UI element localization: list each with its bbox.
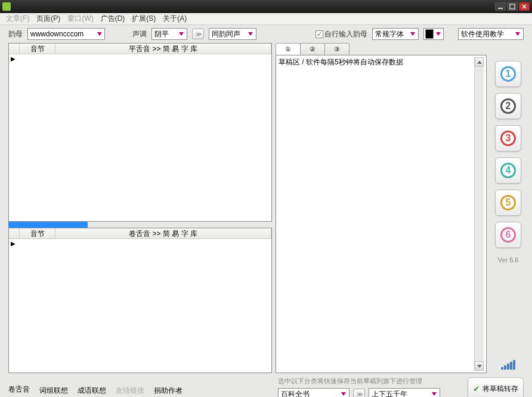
rhyme-dropdown-icon[interactable] <box>96 29 103 39</box>
rhyme-combo[interactable] <box>27 28 105 40</box>
scroll-up-button[interactable] <box>475 57 484 67</box>
maximize-button[interactable] <box>507 2 518 11</box>
category1-dropdown-icon[interactable] <box>339 389 348 397</box>
font-value: 常规字体 <box>375 29 407 39</box>
menu-article[interactable]: 文章(F) <box>6 14 29 24</box>
side-buttons: 1 2 3 4 5 6 Ver 6.6 <box>490 43 526 373</box>
tone-label: 声调 <box>132 29 147 39</box>
syllable-col-header[interactable]: 音节 <box>20 228 55 238</box>
row-indicator-icon: ▶ <box>11 240 16 247</box>
menu-page[interactable]: 页面(P) <box>36 14 60 24</box>
version-label: Ver 6.6 <box>498 256 519 263</box>
color-dropdown-icon[interactable] <box>435 29 442 39</box>
app-icon <box>2 2 11 11</box>
side-button-6[interactable]: 6 <box>495 222 521 248</box>
syllable-col-header[interactable]: 音节 <box>20 44 55 54</box>
category1-combo[interactable]: 百科全书 <box>278 388 349 397</box>
tone-dropdown-icon[interactable] <box>177 29 185 39</box>
color-swatch <box>425 29 434 39</box>
side-button-4[interactable]: 4 <box>495 157 521 184</box>
category2-combo[interactable]: 上下五千年 <box>369 388 440 397</box>
font-dropdown-icon[interactable] <box>409 29 417 39</box>
category2-dropdown-icon[interactable] <box>430 389 438 397</box>
menu-ad[interactable]: 广告(D) <box>101 14 125 24</box>
grid-header: 音节 平舌音 >> 简 易 字 库 <box>9 44 271 54</box>
close-button[interactable] <box>519 2 530 11</box>
help-value: 软件使用教学 <box>461 29 512 39</box>
save-draft-button[interactable]: ✔ 将草稿转存 <box>468 377 524 397</box>
self-input-label: 自行输入韵母 <box>324 30 367 38</box>
svg-rect-1 <box>510 4 515 9</box>
forward-button-1[interactable]: >> <box>192 29 204 39</box>
tab-retroflex[interactable]: 卷舌音 <box>8 384 30 397</box>
rhyme-input[interactable] <box>30 30 95 38</box>
stair-icon[interactable] <box>501 360 515 370</box>
tab-donate[interactable]: 捐助作者 <box>154 386 183 398</box>
draft-tab-2[interactable]: ② <box>300 43 325 55</box>
category-hint: 选中以下分类将快速保存当前草稿到旗下进行管理 <box>278 377 462 386</box>
tab-friend-link[interactable]: 友情链接 <box>116 386 144 398</box>
draft-tab-3[interactable]: ③ <box>324 43 349 55</box>
toolbar: 韵母 声调 阴平 >> 同韵同声 自行输入韵母 常规字体 软件使用教学 <box>0 25 532 43</box>
forward-button-2[interactable]: >> <box>353 389 365 397</box>
side-button-5[interactable]: 5 <box>495 190 521 216</box>
retroflex-grid-body[interactable]: ▶ <box>9 239 271 373</box>
draft-tabs: ① ② ③ <box>276 43 487 55</box>
side-button-2[interactable]: 2 <box>495 93 521 119</box>
draft-textarea[interactable]: 草稿区 / 软件每隔5秒钟将自动保存数据 <box>276 55 487 373</box>
category2-value: 上下五千年 <box>372 389 429 398</box>
save-draft-label: 将草稿转存 <box>482 384 518 394</box>
bottom-tabs: 卷舌音 词组联想 成语联想 友情链接 捐助作者 <box>8 384 272 397</box>
flat-col-header[interactable]: 平舌音 >> 简 易 字 库 <box>55 44 271 54</box>
progress-bar <box>8 222 272 228</box>
scroll-down-button[interactable] <box>475 361 484 371</box>
menubar: 文章(F) 页面(P) 窗口(W) 广告(D) 扩展(S) 关于(A) <box>0 13 532 25</box>
font-combo[interactable]: 常规字体 <box>372 28 419 40</box>
same-rhyme-dropdown-icon[interactable] <box>246 29 255 39</box>
tab-idiom-assoc[interactable]: 成语联想 <box>78 386 106 398</box>
color-combo[interactable] <box>423 28 444 40</box>
draft-tab-1[interactable]: ① <box>276 43 301 55</box>
flat-tongue-grid[interactable]: 音节 平舌音 >> 简 易 字 库 ▶ <box>8 43 272 222</box>
draft-text[interactable]: 草稿区 / 软件每隔5秒钟将自动保存数据 <box>279 57 474 371</box>
row-indicator-icon: ▶ <box>11 55 16 62</box>
retroflex-col-header[interactable]: 卷舌音 >> 简 易 字 库 <box>55 228 271 238</box>
titlebar <box>0 0 532 13</box>
menu-window[interactable]: 窗口(W) <box>67 14 93 24</box>
self-input-checkbox[interactable] <box>316 30 323 38</box>
tone-combo[interactable]: 阴平 <box>151 28 187 40</box>
scrollbar[interactable] <box>474 57 484 371</box>
grid-header: 音节 卷舌音 >> 简 易 字 库 <box>9 228 271 239</box>
same-rhyme-value: 同韵同声 <box>212 29 245 39</box>
scroll-track[interactable] <box>475 67 484 361</box>
category1-value: 百科全书 <box>281 389 338 398</box>
self-input-check-wrap[interactable]: 自行输入韵母 <box>316 29 367 39</box>
tab-word-assoc[interactable]: 词组联想 <box>39 386 68 398</box>
retroflex-grid[interactable]: 音节 卷舌音 >> 简 易 字 库 ▶ <box>8 228 272 373</box>
same-rhyme-combo[interactable]: 同韵同声 <box>209 28 256 40</box>
rhyme-label: 韵母 <box>8 29 23 39</box>
check-icon: ✔ <box>473 384 480 393</box>
flat-grid-body[interactable]: ▶ <box>9 54 271 221</box>
tone-value: 阴平 <box>154 29 176 39</box>
menu-extend[interactable]: 扩展(S) <box>132 14 156 24</box>
help-dropdown-icon[interactable] <box>514 29 522 39</box>
side-button-3[interactable]: 3 <box>495 125 521 151</box>
side-button-1[interactable]: 1 <box>495 61 521 87</box>
help-combo[interactable]: 软件使用教学 <box>458 28 524 40</box>
minimize-button[interactable] <box>495 2 506 11</box>
menu-about[interactable]: 关于(A) <box>163 14 187 24</box>
